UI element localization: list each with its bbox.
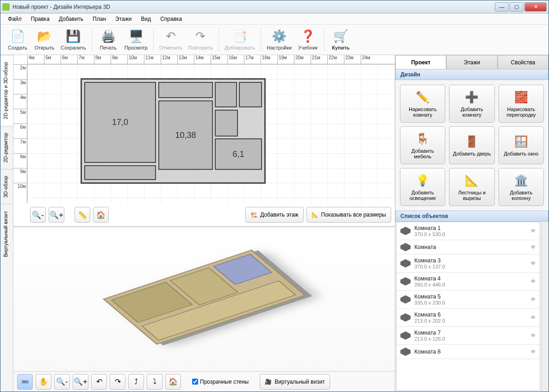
canvas-2d[interactable]: 17,0 10,38 6,1 xyxy=(27,64,395,203)
menu-Файл[interactable]: Файл xyxy=(3,14,26,24)
room-1[interactable]: 17,0 xyxy=(84,82,156,163)
menu-Этажи[interactable]: Этажи xyxy=(111,14,136,24)
pan-button[interactable]: ✋ xyxy=(36,374,51,390)
ruler-vertical: 2м3м4м5м6м7м8м9м10м xyxy=(13,64,27,203)
visibility-icon[interactable]: 👁 xyxy=(530,260,536,267)
object-item[interactable]: Комната 8👁 xyxy=(397,345,540,359)
toolbar-save-button[interactable]: 💾Сохранить xyxy=(58,28,89,51)
object-item[interactable]: Комната 7213.0 x 126.0👁 xyxy=(397,327,540,345)
toolbar-redo-button[interactable]: ↷Повторить xyxy=(185,28,216,51)
vtab-1[interactable]: 2D-редактор xyxy=(0,126,13,169)
room-small-3[interactable] xyxy=(215,110,238,137)
home-button[interactable]: 🏠 xyxy=(93,207,109,223)
design-icon: 🪟 xyxy=(514,134,529,149)
toolbar-help-button[interactable]: ❓Учебник xyxy=(294,28,321,51)
window-title: Новый проект - Дизайн Интерьера 3D xyxy=(12,4,494,10)
sidebar-tab-Свойства[interactable]: Свойства xyxy=(498,55,549,69)
render-3d[interactable] xyxy=(13,227,395,371)
redo-icon: ↷ xyxy=(193,29,208,44)
transparent-walls-checkbox[interactable]: Прозрачные стены xyxy=(192,379,249,385)
toolbar-copy-button[interactable]: 📑Дублировать xyxy=(222,28,258,51)
titlebar: Новый проект - Дизайн Интерьера 3D — ▢ ✕ xyxy=(0,0,549,13)
main-window: Новый проект - Дизайн Интерьера 3D — ▢ ✕… xyxy=(0,0,549,392)
toolbar-folder-button[interactable]: 📂Открыть xyxy=(31,28,58,51)
visibility-icon[interactable]: 👁 xyxy=(530,296,536,303)
toolbar-monitor-button[interactable]: 🖥️Просмотр xyxy=(122,28,150,51)
design-btn[interactable]: 🏛️Добавить колонну xyxy=(499,168,544,206)
zoom-out-button[interactable]: 🔍- xyxy=(30,207,46,223)
toolbar-print-button[interactable]: 🖨️Печать xyxy=(95,28,122,51)
objects-section-header: Список объектов xyxy=(395,211,549,222)
toolbar-file-button[interactable]: 📄Создать xyxy=(4,28,31,51)
menubar: ФайлПравкаДобавитьПланЭтажиВидСправка xyxy=(0,13,549,25)
undo-icon: ↶ xyxy=(163,29,178,44)
design-btn[interactable]: 🪟Добавить окно xyxy=(499,126,544,164)
home-3d-button[interactable]: 🏠 xyxy=(165,374,181,390)
visibility-icon[interactable]: 👁 xyxy=(530,314,536,321)
visibility-icon[interactable]: 👁 xyxy=(530,348,536,355)
room-small-2[interactable] xyxy=(239,82,262,107)
zoom-in-button[interactable]: 🔍+ xyxy=(49,207,64,223)
design-btn[interactable]: 📐Лестницы и вырезы xyxy=(449,168,494,206)
room-hall[interactable] xyxy=(158,82,213,98)
visibility-icon[interactable]: 👁 xyxy=(530,244,536,250)
rotate-360-button[interactable]: 360 xyxy=(17,374,33,390)
rotate-right-button[interactable]: ↷ xyxy=(110,374,125,390)
object-item[interactable]: Комната 6213.0 x 202.0👁 xyxy=(397,309,540,327)
menu-Справка[interactable]: Справка xyxy=(156,14,187,24)
object-item[interactable]: Комната 5335.0 x 230.0👁 xyxy=(397,291,540,309)
object-item[interactable]: Комната 4280.0 x 446.0👁 xyxy=(397,273,540,291)
vtab-3[interactable]: Виртуальный визит xyxy=(0,204,13,264)
show-dimensions-button[interactable]: 📐Показывать все размеры xyxy=(306,207,391,223)
design-section-header: Дизайн xyxy=(395,69,549,80)
rotate-left-button[interactable]: ↶ xyxy=(91,374,107,390)
objects-list[interactable]: Комната 1370.0 x 530.0👁Комната👁Комната 3… xyxy=(396,222,540,391)
object-item[interactable]: Комната👁 xyxy=(397,240,540,255)
floorplan[interactable]: 17,0 10,38 6,1 xyxy=(81,78,266,184)
object-item[interactable]: Комната 1370.0 x 530.0👁 xyxy=(397,222,540,240)
visibility-icon[interactable]: 👁 xyxy=(530,332,536,339)
room-bottom[interactable] xyxy=(84,165,156,180)
design-btn[interactable]: ✏️Нарисовать комнату xyxy=(400,85,445,123)
zoom-in-3d-button[interactable]: 🔍+ xyxy=(73,374,88,390)
plan-2d-area: 4м5м6м7м8м9м10м11м12м13м14м15м16м17м18м1… xyxy=(13,55,395,226)
zoom-out-3d-button[interactable]: 🔍- xyxy=(54,374,70,390)
rotate-up-button[interactable]: ⤴ xyxy=(128,374,144,390)
sidebar-tab-Этажи[interactable]: Этажи xyxy=(446,55,497,69)
toolbar-undo-button[interactable]: ↶Отменить xyxy=(156,28,185,51)
toolbar-cart-button[interactable]: 🛒Купить xyxy=(327,28,354,51)
view-3d-toolbar: 360 ✋ 🔍- 🔍+ ↶ ↷ ⤴ ⤵ 🏠 Прозрачные стены 🎥… xyxy=(13,371,395,392)
app-icon xyxy=(2,3,10,11)
close-button[interactable]: ✕ xyxy=(524,2,547,12)
design-btn[interactable]: ➕Добавить комнату xyxy=(449,85,494,123)
visibility-icon[interactable]: 👁 xyxy=(530,228,536,234)
design-btn[interactable]: 💡Добавить освещение xyxy=(400,168,445,206)
design-btn[interactable]: 🚪Добавить дверь xyxy=(449,126,494,164)
vtab-2[interactable]: 3D-обзор xyxy=(0,169,13,204)
cube-icon xyxy=(400,259,411,268)
view-tabs: 2D-редактор и 3D-обзор2D-редактор3D-обзо… xyxy=(0,55,13,392)
room-3[interactable]: 6,1 xyxy=(215,138,262,170)
design-btn[interactable]: 🧱Нарисовать перегородку xyxy=(499,85,544,123)
minimize-button[interactable]: — xyxy=(495,2,509,12)
add-floor-button[interactable]: 🏗️Добавить этаж xyxy=(245,207,303,223)
menu-Добавить[interactable]: Добавить xyxy=(54,14,88,24)
measure-button[interactable]: 📏 xyxy=(75,207,90,223)
room-2[interactable]: 10,38 xyxy=(158,100,213,170)
rotate-down-button[interactable]: ⤵ xyxy=(147,374,162,390)
object-item[interactable]: Комната 3370.0 x 137.0👁 xyxy=(397,255,540,273)
toolbar-gear-button[interactable]: ⚙️Настройки xyxy=(264,28,294,51)
virtual-visit-button[interactable]: 🎥Виртуальный визит xyxy=(260,374,330,390)
design-icon: ✏️ xyxy=(415,90,430,105)
vtab-0[interactable]: 2D-редактор и 3D-обзор xyxy=(0,55,13,126)
design-btn[interactable]: 🪑Добавить мебель xyxy=(400,126,445,164)
menu-Правка[interactable]: Правка xyxy=(26,14,55,24)
menu-Вид[interactable]: Вид xyxy=(136,14,156,24)
maximize-button[interactable]: ▢ xyxy=(510,2,524,12)
scrollbar[interactable] xyxy=(541,222,549,392)
menu-План[interactable]: План xyxy=(88,14,111,24)
visibility-icon[interactable]: 👁 xyxy=(530,278,536,285)
design-icon: 📐 xyxy=(464,173,479,188)
sidebar-tab-Проект[interactable]: Проект xyxy=(395,55,446,69)
room-small-1[interactable] xyxy=(215,82,237,107)
